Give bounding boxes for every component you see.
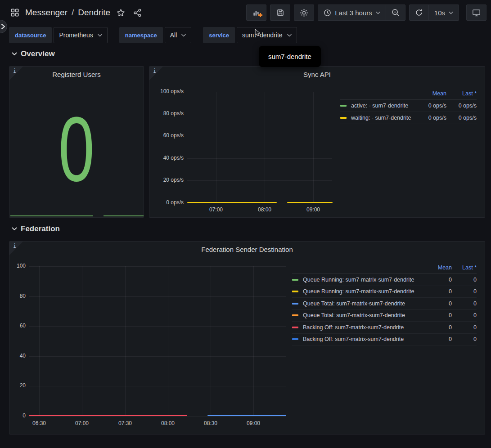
x-axis-tick: 07:00 — [64, 420, 100, 426]
series-swatch[interactable] — [292, 338, 298, 340]
chevron-down-icon — [181, 34, 186, 37]
legend-col-mean[interactable]: Mean — [425, 264, 452, 271]
series-label[interactable]: active: - sum7-dendrite — [351, 103, 414, 109]
series-last: 0 — [452, 312, 477, 318]
legend-row: Queue Running: sum7-matrix-sum7-dendrite… — [292, 286, 477, 298]
series-swatch[interactable] — [292, 314, 298, 316]
variable-value-namespace[interactable]: All — [165, 27, 192, 43]
series-label[interactable]: Backing Off: sum7-matrix-sum7-dendrite — [303, 336, 425, 342]
series-mean: 0 ops/s — [414, 115, 446, 121]
gridline — [29, 416, 286, 417]
series-label[interactable]: Queue Running: sum7-matrix-sum7-dendrite — [303, 288, 425, 295]
chevron-down-icon — [449, 11, 453, 14]
variable-value-service[interactable]: sum7-dendrite — [237, 27, 297, 43]
gridline — [39, 266, 40, 416]
gridline — [29, 356, 286, 357]
panel-federation-sender: i Federation Sender Destination 100 80 6… — [9, 241, 485, 435]
breadcrumb-separator: / — [72, 8, 74, 18]
gridline — [29, 326, 286, 327]
share-button[interactable] — [131, 7, 144, 19]
panel-sync-api: i Sync API 100 ops/s 80 ops/s 60 ops/s 4… — [149, 66, 485, 218]
series-label[interactable]: Queue Total: sum7-matrix-sum7-dendrite — [303, 312, 425, 318]
x-axis-tick: 08:00 — [247, 206, 283, 213]
sparkline-segment — [10, 215, 93, 216]
mouse-cursor — [255, 29, 261, 37]
x-axis-tick: 07:00 — [198, 206, 234, 213]
series-label[interactable]: Queue Total: sum7-matrix-sum7-dendrite — [303, 300, 425, 307]
chevron-down-icon — [376, 11, 380, 14]
series-label[interactable]: Queue Running: sum7-matrix-sum7-dendrite — [303, 277, 425, 283]
section-overview[interactable]: Overview — [12, 49, 55, 58]
legend-col-mean[interactable]: Mean — [414, 90, 446, 97]
panel-title[interactable]: Registerd Users — [27, 71, 126, 78]
series-line-queue-total — [207, 415, 286, 416]
x-axis-tick: 09:00 — [235, 420, 271, 426]
legend-header: Mean Last * — [292, 263, 477, 274]
panel-title[interactable]: Sync API — [167, 71, 467, 78]
dashboard-toolbar: Last 3 hours 10s — [246, 4, 486, 21]
variable-tooltip: sum7-dendrite — [259, 46, 321, 67]
gridline — [187, 203, 332, 203]
gridline — [187, 136, 332, 136]
dashboard-settings-button[interactable] — [294, 4, 314, 21]
variable-value-datasource[interactable]: Prometheus — [54, 27, 107, 43]
gridline — [253, 266, 254, 416]
favorite-star-button[interactable] — [115, 7, 127, 19]
panel-registered-users: i Registerd Users 0 — [9, 66, 144, 218]
gridline — [187, 158, 332, 159]
add-panel-button[interactable] — [246, 4, 266, 21]
series-swatch[interactable] — [340, 105, 347, 107]
refresh-interval-dropdown[interactable]: 10s — [429, 5, 459, 20]
gridline — [29, 386, 286, 386]
x-axis-tick: 08:00 — [150, 420, 186, 426]
gridline — [29, 296, 286, 297]
legend-row: Queue Running: sum7-matrix-sum7-dendrite… — [292, 274, 477, 286]
y-axis-tick: 100 ops/s — [149, 88, 184, 94]
series-swatch[interactable] — [292, 303, 298, 305]
gridline — [125, 266, 126, 416]
save-dashboard-button[interactable] — [270, 4, 290, 21]
share-icon — [133, 9, 142, 17]
gridline — [187, 180, 332, 181]
monitor-icon — [472, 9, 481, 17]
time-range-label: Last 3 hours — [335, 9, 372, 17]
panel-title[interactable]: Federation Sender Destination — [27, 246, 467, 253]
refresh-dashboard-button[interactable] — [410, 5, 428, 20]
dashboards-grid-icon[interactable] — [9, 7, 21, 18]
section-title: Overview — [21, 49, 55, 58]
series-last: 0 ops/s — [446, 115, 477, 121]
legend-row: Queue Total: sum7-matrix-sum7-dendrite 0… — [292, 310, 477, 322]
legend-col-last[interactable]: Last * — [446, 90, 477, 97]
series-mean: 0 — [425, 336, 452, 342]
time-range-picker[interactable]: Last 3 hours — [318, 5, 386, 20]
series-swatch[interactable] — [292, 291, 298, 292]
series-last: 0 — [452, 288, 477, 295]
series-label[interactable]: waiting: - sum7-dendrite — [351, 115, 414, 121]
series-label[interactable]: Backing Off: sum7-matrix-sum7-dendrite — [303, 324, 425, 331]
gridline — [313, 92, 314, 203]
stat-value: 0 — [30, 106, 124, 192]
refresh-icon — [415, 9, 423, 17]
gridline — [187, 92, 332, 92]
template-variables-row: datasource Prometheus namespace All serv… — [9, 27, 297, 43]
variable-value-text: sum7-dendrite — [242, 31, 283, 39]
breadcrumb-folder[interactable]: Messenger — [25, 8, 68, 18]
chevron-down-icon — [98, 34, 102, 37]
y-axis-tick: 0 — [9, 412, 26, 419]
zoom-out-time-button[interactable] — [386, 5, 405, 20]
series-last: 0 — [452, 324, 477, 331]
legend-col-last[interactable]: Last * — [452, 264, 477, 271]
y-axis-tick: 80 ops/s — [149, 110, 184, 116]
series-swatch[interactable] — [292, 327, 298, 328]
variable-namespace: namespace All — [119, 27, 191, 43]
section-federation[interactable]: Federation — [12, 224, 60, 233]
series-swatch[interactable] — [340, 117, 347, 119]
series-swatch[interactable] — [292, 279, 298, 281]
y-axis-tick: 0 ops/s — [149, 199, 184, 206]
refresh-group: 10s — [409, 4, 459, 21]
cycle-view-mode-button[interactable] — [466, 4, 486, 21]
gridline — [216, 92, 216, 203]
star-icon — [117, 9, 125, 17]
variable-value-text: Prometheus — [59, 31, 93, 39]
gridline — [211, 266, 211, 416]
